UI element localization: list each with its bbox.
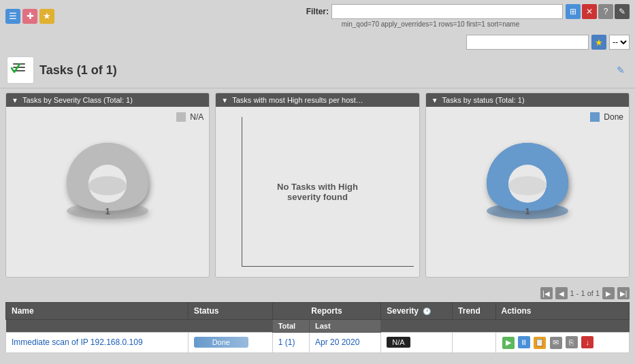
- first-page-btn[interactable]: |◀: [540, 287, 553, 299]
- task-trend-cell: [453, 333, 495, 353]
- page-edit-btn[interactable]: ✎: [613, 63, 628, 78]
- chart-high-title: Tasks with most High results per host…: [232, 96, 363, 104]
- tasks-table: Name Status Reports Severity 🕐 Trend Act…: [5, 302, 630, 353]
- task-actions-cell: ▶ ⏸ 📋 ✉ ⎘ ↓: [495, 333, 629, 353]
- filter-buttons: ⊞ ✕ ? ✎: [566, 4, 630, 19]
- star-icon[interactable]: ★: [39, 9, 54, 24]
- task-reports-total-cell: 1 (1): [272, 333, 309, 353]
- task-reports-last-link[interactable]: Apr 20 2020: [315, 337, 359, 347]
- chart-severity: ▼ Tasks by Severity Class (Total: 1) N/A: [5, 93, 210, 278]
- col-severity: Severity 🕐: [381, 303, 453, 320]
- legend-na-box: [176, 112, 186, 122]
- filter-area: Filter: ⊞ ✕ ? ✎ min_qod=70 apply_overrid…: [306, 4, 630, 28]
- task-resume-btn[interactable]: ⏸: [518, 336, 530, 348]
- svg-text:1: 1: [525, 206, 530, 216]
- next-page-btn[interactable]: ▶: [602, 287, 615, 299]
- donut-na-svg: 1: [56, 133, 159, 228]
- dash-select[interactable]: --: [609, 35, 630, 50]
- reports-total-header: Total: [272, 320, 309, 333]
- pagination-row: |◀ ◀ 1 - 1 of 1 ▶ ▶|: [5, 284, 630, 302]
- filter-meta: min_qod=70 apply_overrides=1 rows=10 fir…: [342, 20, 520, 28]
- chart-severity-header: ▼ Tasks by Severity Class (Total: 1): [6, 93, 209, 107]
- col-reports: Reports: [272, 303, 381, 320]
- tasks-icon: [7, 56, 34, 84]
- legend-na-label: N/A: [190, 112, 203, 122]
- donut-status-container: 1: [476, 133, 579, 228]
- donut-status-svg: 1: [476, 133, 579, 228]
- task-status-cell: Done: [188, 333, 272, 353]
- filter-row: Filter: ⊞ ✕ ? ✎: [306, 4, 630, 19]
- task-reports-total-link[interactable]: 1 (1): [278, 337, 295, 347]
- svg-point-5: [88, 176, 127, 195]
- bar-axis-y: [242, 117, 242, 267]
- svg-rect-1: [13, 67, 25, 68]
- col-trend: Trend: [453, 303, 495, 320]
- chart-severity-collapse[interactable]: ▼: [12, 97, 18, 104]
- reports-last-header: Last: [309, 320, 380, 333]
- task-clone-btn[interactable]: ⎘: [566, 336, 578, 348]
- filter-edit-btn[interactable]: ✎: [615, 4, 630, 19]
- task-name-cell: Immediate scan of IP 192.168.0.109: [6, 333, 189, 353]
- filter-help-btn[interactable]: ?: [598, 4, 613, 19]
- task-delete-btn[interactable]: ↓: [581, 336, 593, 348]
- top-icons: ☰ ✚ ★: [5, 9, 54, 24]
- chart-status: ▼ Tasks by status (Total: 1) Done 1: [425, 93, 630, 278]
- chart-high-body: No Tasks with High severity found: [216, 107, 419, 277]
- svg-text:1: 1: [105, 206, 110, 216]
- task-reports-last-cell: Apr 20 2020: [309, 333, 380, 353]
- bar-axis-x: [242, 266, 413, 267]
- table-section: |◀ ◀ 1 - 1 of 1 ▶ ▶| Name Status Reports…: [0, 282, 635, 359]
- chart-status-title: Tasks by status (Total: 1): [442, 96, 525, 104]
- reports-sub-header: Total Last: [6, 320, 630, 333]
- charts-section: ▼ Tasks by Severity Class (Total: 1) N/A: [0, 88, 635, 282]
- page-title: Tasks (1 of 1): [39, 63, 613, 78]
- table-row: Immediate scan of IP 192.168.0.109 Done …: [6, 333, 630, 353]
- prev-page-btn[interactable]: ◀: [555, 287, 568, 299]
- table-header-row: Name Status Reports Severity 🕐 Trend Act…: [6, 303, 630, 320]
- task-wizard-icon[interactable]: ✚: [22, 9, 37, 24]
- top-bar: ☰ ✚ ★ Filter: ⊞ ✕ ? ✎ min_qod=70 apply_o…: [0, 0, 635, 32]
- chart-status-collapse[interactable]: ▼: [432, 97, 438, 104]
- chart-high: ▼ Tasks with most High results per host……: [215, 93, 419, 278]
- severity-badge: N/A: [387, 337, 410, 348]
- chart-high-header: ▼ Tasks with most High results per host…: [216, 93, 419, 107]
- chart-high-collapse[interactable]: ▼: [221, 97, 228, 104]
- legend-done-box: [590, 112, 600, 122]
- col-status: Status: [188, 303, 272, 320]
- filter-clear-btn[interactable]: ✕: [582, 4, 597, 19]
- bar-chart-area: No Tasks with High severity found: [221, 117, 413, 267]
- filter-search-btn[interactable]: ⊞: [566, 4, 581, 19]
- severity-info-icon[interactable]: 🕐: [423, 308, 431, 315]
- chart-severity-legend: N/A: [176, 112, 203, 122]
- second-filter-row: ★ --: [0, 32, 635, 52]
- task-export-btn[interactable]: ✉: [550, 337, 562, 349]
- bookmark-btn[interactable]: ★: [591, 35, 606, 50]
- page-title-area: Tasks (1 of 1) ✎: [0, 52, 635, 88]
- donut-na-container: 1: [56, 133, 159, 228]
- list-icon[interactable]: ☰: [5, 9, 20, 24]
- legend-done-label: Done: [604, 112, 623, 122]
- chart-severity-title: Tasks by Severity Class (Total: 1): [22, 96, 133, 104]
- second-filter-input[interactable]: [466, 35, 589, 50]
- task-status-btn[interactable]: Done: [194, 337, 248, 348]
- filter-input[interactable]: [331, 4, 563, 19]
- no-high-text: No Tasks with High severity found: [270, 182, 365, 202]
- last-page-btn[interactable]: ▶|: [617, 287, 630, 299]
- filter-label: Filter:: [306, 7, 329, 16]
- page-info: 1 - 1 of 1: [570, 289, 600, 297]
- chart-status-header: ▼ Tasks by status (Total: 1): [426, 93, 629, 107]
- task-schedule-btn[interactable]: 📋: [534, 337, 546, 349]
- chart-severity-body: N/A 1: [6, 107, 209, 277]
- task-severity-cell: N/A: [381, 333, 453, 353]
- task-start-btn[interactable]: ▶: [502, 337, 515, 349]
- chart-status-body: Done 1: [426, 107, 629, 277]
- chart-status-legend: Done: [590, 112, 623, 122]
- col-name: Name: [6, 303, 189, 320]
- task-name-link[interactable]: Immediate scan of IP 192.168.0.109: [12, 337, 143, 347]
- col-actions: Actions: [495, 303, 629, 320]
- svg-point-9: [508, 176, 547, 195]
